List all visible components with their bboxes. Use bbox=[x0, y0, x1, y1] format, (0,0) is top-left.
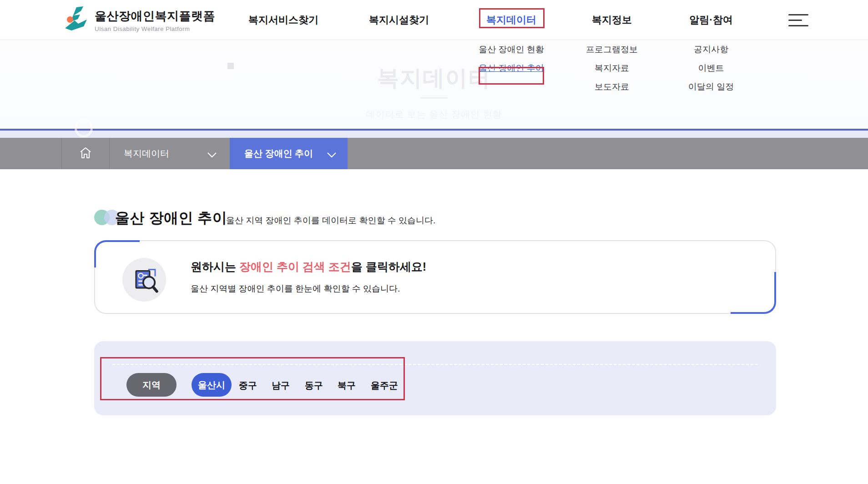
dropdown-item-monthly-schedule[interactable]: 이달의 일정 bbox=[670, 77, 752, 96]
nav-welfare-data[interactable]: 복지데이터 bbox=[466, 0, 557, 40]
region-option-uljugun[interactable]: 울주군 bbox=[364, 379, 405, 392]
card-heading-suffix: 을 클릭하세요! bbox=[351, 260, 426, 273]
info-card: 원하시는 장애인 추이 검색 조건을 클릭하세요! 울산 지역별 장애인 추이를… bbox=[94, 240, 776, 314]
region-option-junggu[interactable]: 중구 bbox=[230, 379, 266, 392]
page: 복지데이터 데이터로 보는 울산 장애인 현황 울산 장애인 현황 울산 장애인… bbox=[0, 0, 868, 484]
banner-divider bbox=[420, 98, 448, 98]
banner-bottom-strip bbox=[0, 131, 868, 138]
dropdown-column-notice: 공지사항 이벤트 이달의 일정 bbox=[670, 40, 752, 96]
dropdown-item-events[interactable]: 이벤트 bbox=[670, 59, 752, 77]
dropdown-column-info: 프로그램정보 복지자료 보도자료 bbox=[571, 40, 653, 96]
nav-welfare-info[interactable]: 복지정보 bbox=[566, 0, 657, 40]
nav-notice-participation[interactable]: 알림·참여 bbox=[666, 0, 757, 40]
nav-welfare-facilities[interactable]: 복지시설찾기 bbox=[353, 0, 444, 40]
ulsan-platform-logo-icon bbox=[63, 5, 90, 35]
dropdown-item-welfare-materials[interactable]: 복지자료 bbox=[571, 59, 653, 77]
banner-decoration-square bbox=[227, 63, 234, 69]
card-heading-highlight: 장애인 추이 검색 조건 bbox=[239, 260, 351, 273]
breadcrumb-level1[interactable]: 복지데이터 bbox=[109, 138, 230, 169]
card-subtext: 울산 지역별 장애인 추이를 한눈에 확인할 수 있습니다. bbox=[191, 283, 400, 295]
logo-subtitle: Ulsan Disability Welfare Platform bbox=[95, 25, 215, 32]
site-logo[interactable]: 울산장애인복지플랫폼 Ulsan Disability Welfare Plat… bbox=[63, 5, 215, 35]
breadcrumb-home[interactable] bbox=[61, 138, 109, 169]
page-title: 울산 장애인 추이 bbox=[115, 208, 227, 228]
banner-decoration-ring bbox=[75, 119, 93, 137]
hamburger-icon[interactable] bbox=[788, 13, 809, 28]
filter-dashed-divider bbox=[112, 364, 758, 365]
logo-title: 울산장애인복지플랫폼 bbox=[95, 8, 215, 24]
card-corner-accent-bottomright bbox=[731, 272, 776, 314]
region-option-namgu[interactable]: 남구 bbox=[262, 379, 299, 392]
region-option-bukgu[interactable]: 북구 bbox=[328, 379, 365, 392]
nav-welfare-services[interactable]: 복지서비스찾기 bbox=[238, 0, 329, 40]
dropdown-item-ulsan-status[interactable]: 울산 장애인 현황 bbox=[470, 40, 552, 59]
breadcrumb-level2[interactable]: 울산 장애인 추이 bbox=[230, 138, 348, 169]
dropdown-item-notices[interactable]: 공지사항 bbox=[670, 40, 752, 59]
page-description: 울산 지역 장애인 추이를 데이터로 확인할 수 있습니다. bbox=[226, 215, 435, 227]
card-heading-prefix: 원하시는 bbox=[191, 260, 239, 273]
breadcrumb-level1-label: 복지데이터 bbox=[124, 147, 169, 160]
dropdown-item-press-releases[interactable]: 보도자료 bbox=[571, 77, 653, 96]
dropdown-column-data: 울산 장애인 현황 울산 장애인 추이 bbox=[470, 40, 552, 77]
home-icon bbox=[79, 146, 92, 161]
card-heading: 원하시는 장애인 추이 검색 조건을 클릭하세요! bbox=[191, 259, 426, 274]
logo-text: 울산장애인복지플랫폼 Ulsan Disability Welfare Plat… bbox=[95, 8, 215, 32]
card-corner-accent-topleft bbox=[94, 240, 140, 267]
breadcrumb-level2-label: 울산 장애인 추이 bbox=[244, 147, 313, 160]
banner-subtitle: 데이터로 보는 울산 장애인 현황 bbox=[0, 108, 868, 121]
chevron-down-icon bbox=[207, 150, 217, 161]
region-option-ulsan-city[interactable]: 울산시 bbox=[192, 373, 232, 397]
banner-bottom-accent bbox=[0, 129, 868, 131]
breadcrumb: 복지데이터 울산 장애인 추이 bbox=[0, 138, 868, 169]
dropdown-item-ulsan-trend[interactable]: 울산 장애인 추이 bbox=[470, 59, 552, 77]
site-header: 울산장애인복지플랫폼 Ulsan Disability Welfare Plat… bbox=[0, 0, 868, 40]
chevron-down-icon bbox=[327, 150, 337, 161]
dropdown-item-program-info[interactable]: 프로그램정보 bbox=[571, 40, 653, 59]
region-filter-label: 지역 bbox=[126, 373, 177, 397]
region-option-donggu[interactable]: 동구 bbox=[296, 379, 332, 392]
